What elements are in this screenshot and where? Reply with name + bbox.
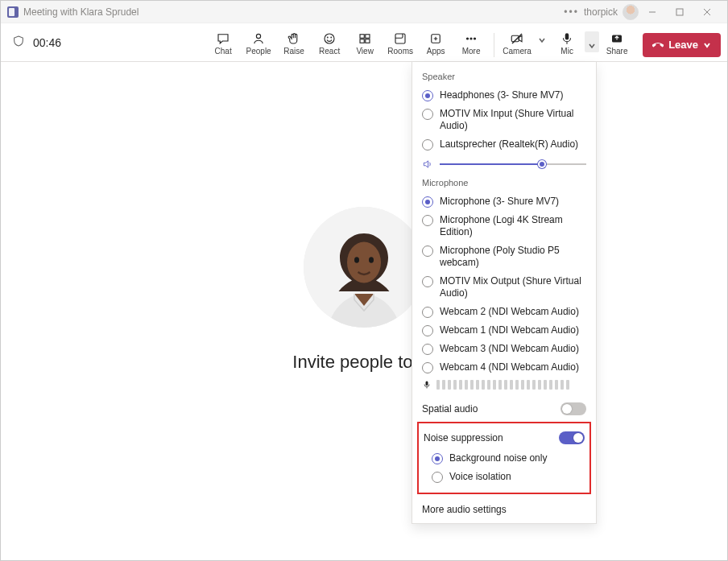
radio-icon bbox=[422, 344, 433, 355]
speaker-volume-slider[interactable] bbox=[440, 159, 586, 170]
raise-hand-button[interactable]: Raise bbox=[276, 28, 312, 56]
noise-option-label: Voice isolation bbox=[449, 471, 511, 483]
radio-icon bbox=[432, 472, 443, 483]
people-button[interactable]: People bbox=[241, 28, 276, 56]
share-button[interactable]: Share bbox=[599, 28, 635, 56]
noise-option-0[interactable]: Background noise only bbox=[424, 449, 585, 468]
speaker-section-title: Speaker bbox=[422, 72, 586, 81]
window-minimize-button[interactable] bbox=[639, 1, 666, 23]
rooms-button[interactable]: Rooms bbox=[383, 28, 418, 56]
radio-icon bbox=[422, 325, 433, 336]
radio-icon bbox=[422, 139, 433, 151]
share-label: Share bbox=[606, 47, 628, 56]
camera-label: Camera bbox=[503, 47, 532, 56]
mic-label: Mic bbox=[560, 47, 573, 56]
more-label: More bbox=[462, 47, 481, 56]
noise-suppression-highlight: Noise suppression Background noise only … bbox=[417, 422, 591, 494]
camera-chevron[interactable] bbox=[535, 28, 549, 44]
view-button[interactable]: View bbox=[347, 28, 383, 56]
svg-point-3 bbox=[328, 37, 329, 38]
mic-chevron[interactable] bbox=[585, 31, 599, 52]
mic-option-1[interactable]: Microphone (Logi 4K Stream Edition) bbox=[422, 211, 586, 241]
raise-label: Raise bbox=[283, 47, 304, 56]
radio-icon bbox=[422, 90, 433, 101]
ellipsis-icon[interactable]: ••• bbox=[564, 6, 579, 18]
mic-option-label: MOTIV Mix Output (Shure Virtual Audio) bbox=[440, 275, 586, 299]
radio-icon bbox=[422, 362, 433, 373]
window-title: Meeting with Klara Sprudel bbox=[23, 6, 139, 18]
mic-option-6[interactable]: Webcam 3 (NDI Webcam Audio) bbox=[422, 340, 586, 358]
mic-option-5[interactable]: Webcam 1 (NDI Webcam Audio) bbox=[422, 321, 586, 340]
speaker-option-0[interactable]: Headphones (3- Shure MV7) bbox=[422, 86, 586, 105]
chat-label: Chat bbox=[215, 47, 232, 56]
view-label: View bbox=[356, 47, 374, 56]
rooms-label: Rooms bbox=[387, 47, 413, 56]
spatial-audio-row: Spatial audio bbox=[422, 398, 586, 420]
meeting-timer: 00:46 bbox=[33, 36, 61, 49]
mic-option-4[interactable]: Webcam 2 (NDI Webcam Audio) bbox=[422, 303, 586, 321]
user-avatar-icon[interactable] bbox=[623, 4, 639, 20]
spatial-audio-toggle[interactable] bbox=[560, 402, 586, 415]
apps-label: Apps bbox=[427, 47, 445, 56]
spatial-audio-label: Spatial audio bbox=[422, 403, 478, 415]
svg-point-2 bbox=[325, 34, 334, 43]
teams-app-icon bbox=[7, 6, 19, 18]
mic-option-0[interactable]: Microphone (3- Shure MV7) bbox=[422, 192, 586, 211]
svg-rect-5 bbox=[360, 34, 364, 38]
window-titlebar: Meeting with Klara Sprudel ••• thorpick bbox=[1, 1, 727, 23]
mic-option-label: Microphone (3- Shure MV7) bbox=[440, 196, 559, 208]
window-close-button[interactable] bbox=[693, 1, 721, 23]
toolbar-divider bbox=[494, 33, 494, 57]
radio-icon bbox=[422, 276, 433, 287]
radio-icon bbox=[432, 453, 443, 464]
speaker-option-label: Headphones (3- Shure MV7) bbox=[440, 89, 563, 101]
radio-icon bbox=[422, 109, 433, 120]
react-label: React bbox=[319, 47, 340, 56]
apps-button[interactable]: Apps bbox=[418, 28, 453, 56]
svg-rect-7 bbox=[360, 39, 364, 43]
svg-point-12 bbox=[470, 37, 472, 39]
mic-button[interactable]: Mic bbox=[549, 28, 585, 56]
more-audio-settings-link[interactable]: More audio settings bbox=[422, 499, 586, 515]
meeting-stage: Invite people to joi Speaker Headphones … bbox=[1, 62, 727, 560]
shield-icon[interactable] bbox=[12, 35, 25, 50]
speaker-volume-icon bbox=[422, 159, 433, 170]
mic-option-7[interactable]: Webcam 4 (NDI Webcam Audio) bbox=[422, 358, 586, 377]
svg-rect-15 bbox=[565, 33, 569, 39]
chat-button[interactable]: Chat bbox=[205, 28, 241, 56]
radio-icon bbox=[422, 215, 433, 226]
mic-option-label: Webcam 1 (NDI Webcam Audio) bbox=[440, 324, 579, 336]
noise-option-label: Background noise only bbox=[449, 452, 547, 464]
mic-option-2[interactable]: Microphone (Poly Studio P5 webcam) bbox=[422, 241, 586, 272]
camera-button[interactable]: Camera bbox=[499, 28, 535, 56]
mic-option-3[interactable]: MOTIV Mix Output (Shure Virtual Audio) bbox=[422, 272, 586, 303]
svg-point-18 bbox=[347, 242, 381, 283]
participant-avatar bbox=[304, 207, 424, 328]
noise-suppression-row: Noise suppression bbox=[424, 427, 585, 449]
mic-option-label: Webcam 3 (NDI Webcam Audio) bbox=[440, 343, 579, 355]
react-button[interactable]: React bbox=[312, 28, 347, 56]
noise-suppression-toggle[interactable] bbox=[559, 431, 585, 444]
radio-icon bbox=[422, 307, 433, 318]
mic-option-label: Webcam 2 (NDI Webcam Audio) bbox=[440, 306, 579, 318]
svg-point-4 bbox=[331, 37, 332, 38]
svg-point-11 bbox=[467, 37, 469, 39]
speaker-option-label: MOTIV Mix Input (Shure Virtual Audio) bbox=[440, 108, 586, 132]
noise-option-1[interactable]: Voice isolation bbox=[424, 468, 585, 486]
speaker-volume-row bbox=[422, 159, 586, 170]
svg-point-1 bbox=[257, 34, 261, 38]
speaker-option-label: Lautsprecher (Realtek(R) Audio) bbox=[440, 138, 578, 151]
people-label: People bbox=[246, 47, 271, 56]
mic-section-title: Microphone bbox=[422, 178, 586, 188]
speaker-option-2[interactable]: Lautsprecher (Realtek(R) Audio) bbox=[422, 135, 586, 154]
svg-rect-9 bbox=[395, 34, 405, 43]
svg-point-13 bbox=[474, 37, 476, 39]
more-button[interactable]: More bbox=[453, 28, 489, 56]
username: thorpick bbox=[584, 6, 618, 18]
window-maximize-button[interactable] bbox=[666, 1, 693, 23]
speaker-option-1[interactable]: MOTIV Mix Input (Shure Virtual Audio) bbox=[422, 105, 586, 135]
mic-option-label: Microphone (Logi 4K Stream Edition) bbox=[440, 214, 586, 238]
mic-option-label: Webcam 4 (NDI Webcam Audio) bbox=[440, 361, 579, 373]
svg-point-20 bbox=[369, 257, 374, 263]
leave-button[interactable]: Leave bbox=[643, 33, 721, 57]
